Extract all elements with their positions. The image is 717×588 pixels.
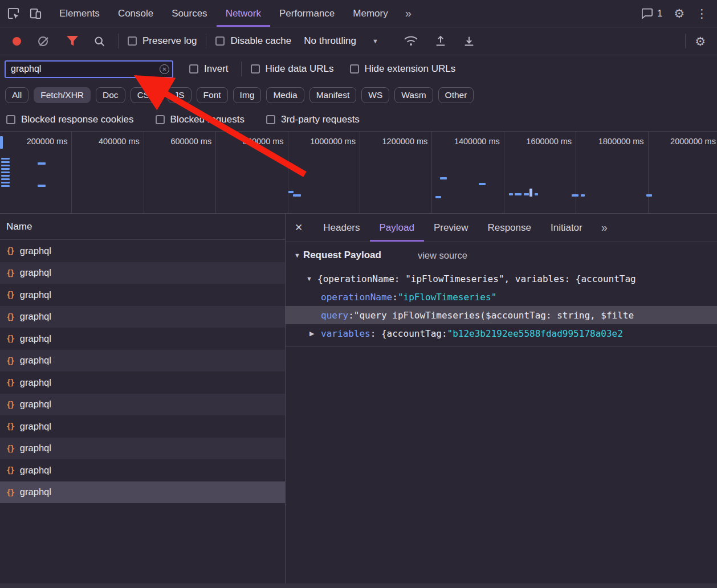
timeline-request-mark (1, 158, 10, 160)
blocked-filters-row: Blocked response cookiesBlocked requests… (0, 108, 717, 132)
name-column-header[interactable]: Name (0, 214, 285, 240)
filter-funnel-icon[interactable] (66, 35, 79, 47)
filter-chip-manifest[interactable]: Manifest (309, 87, 357, 103)
network-conditions-icon[interactable] (404, 35, 418, 47)
disable-cache-checkbox[interactable]: Disable cache (215, 35, 291, 47)
detail-tab-preview[interactable]: Preview (424, 214, 478, 242)
tab-memory[interactable]: Memory (344, 0, 397, 27)
more-panels-icon[interactable]: » (397, 0, 419, 27)
settings-gear-icon[interactable]: ⚙ (674, 7, 685, 19)
tab-performance[interactable]: Performance (270, 0, 344, 27)
payload-line[interactable]: ▼{operationName: "ipFlowTimeseries", var… (286, 270, 717, 288)
detail-tab-headers[interactable]: Headers (313, 214, 369, 242)
toolbar-icons (404, 35, 475, 47)
hide-data-urls-checkbox[interactable]: Hide data URLs (251, 63, 334, 75)
blocked-response-cookies-checkbox[interactable]: Blocked response cookies (6, 114, 134, 125)
timeline-request-mark (38, 185, 46, 187)
issues-badge[interactable]: 1 (641, 8, 662, 19)
table-row[interactable]: {}graphql (0, 284, 285, 306)
table-row[interactable]: {}graphql (0, 240, 285, 262)
detail-tab-response[interactable]: Response (478, 214, 541, 242)
detail-tab-payload[interactable]: Payload (370, 214, 424, 242)
hide-extension-urls-checkbox[interactable]: Hide extension URLs (350, 63, 456, 75)
expander-icon[interactable]: ▶ (309, 330, 321, 337)
timeline-request-mark (529, 189, 532, 197)
topbar-right: 1 ⚙ ⋮ (641, 0, 717, 27)
invert-checkbox[interactable]: Invert (189, 63, 229, 75)
view-source-link[interactable]: view source (418, 250, 467, 261)
export-har-icon[interactable] (463, 35, 475, 47)
preserve-log-checkbox[interactable]: Preserve log (128, 35, 197, 47)
device-toolbar-icon[interactable] (29, 7, 42, 20)
inspect-element-icon[interactable] (7, 7, 20, 20)
filter-chip-wasm[interactable]: Wasm (394, 87, 433, 103)
table-row[interactable]: {}graphql (0, 350, 285, 372)
more-detail-tabs-icon[interactable]: » (592, 214, 617, 242)
network-settings-gear-icon[interactable]: ⚙ (695, 35, 706, 47)
table-row[interactable]: {}graphql (0, 262, 285, 284)
request-name: graphql (20, 421, 51, 432)
json-braces-icon: {} (6, 378, 14, 387)
clear-filter-icon[interactable]: ✕ (160, 64, 169, 74)
import-har-icon[interactable] (434, 35, 447, 47)
payload-line[interactable]: operationName: "ipFlowTimeseries" (286, 288, 717, 306)
payload-text: query (321, 310, 348, 321)
search-icon[interactable] (93, 35, 105, 47)
tab-elements[interactable]: Elements (50, 0, 109, 27)
3rd-party-requests-checkbox[interactable]: 3rd-party requests (266, 114, 360, 125)
table-row[interactable]: {}graphql (0, 306, 285, 328)
section-title: Request Payload (303, 250, 381, 261)
timeline-request-mark (646, 194, 652, 197)
checkbox-box (266, 115, 275, 124)
detail-tab-initiator[interactable]: Initiator (541, 214, 592, 242)
table-row[interactable]: {}graphql (0, 459, 285, 481)
table-row[interactable]: {}graphql (0, 438, 285, 460)
request-name: graphql (20, 399, 51, 410)
filter-chip-css[interactable]: CSS (131, 87, 162, 103)
payload-line[interactable]: ▶variables: {accountTag: "b12e3b2192ee55… (286, 324, 717, 342)
request-name: graphql (20, 355, 51, 366)
table-row[interactable]: {}graphql (0, 415, 285, 438)
table-row[interactable]: {}graphql (0, 328, 285, 350)
network-split-view: Name {}graphql{}graphql{}graphql{}graphq… (0, 214, 717, 588)
filter-chip-js[interactable]: JS (168, 87, 192, 103)
kebab-menu-icon[interactable]: ⋮ (696, 7, 708, 19)
filter-input[interactable] (5, 60, 173, 78)
expander-icon[interactable]: ▼ (306, 275, 317, 282)
divider (241, 62, 242, 76)
clear-requests-button[interactable] (38, 36, 48, 46)
filter-chip-doc[interactable]: Doc (96, 87, 125, 103)
filter-chip-other[interactable]: Other (438, 87, 474, 103)
request-name: graphql (20, 311, 51, 322)
close-icon[interactable]: ✕ (286, 214, 313, 242)
filter-chip-media[interactable]: Media (266, 87, 304, 103)
checkbox-box (215, 36, 225, 46)
filter-input-wrap: ✕ (5, 60, 173, 78)
table-row[interactable]: {}graphql (0, 481, 285, 504)
table-row[interactable]: {}graphql (0, 371, 285, 394)
detail-tabbar: ✕ HeadersPayloadPreviewResponseInitiator… (286, 214, 717, 242)
tab-network[interactable]: Network (217, 0, 270, 27)
table-row[interactable]: {}graphql (0, 394, 285, 416)
filter-chip-all[interactable]: All (5, 87, 28, 103)
checkbox-label: Hide data URLs (266, 63, 334, 75)
filter-chip-ws[interactable]: WS (361, 87, 389, 103)
checkbox-label: Preserve log (142, 35, 197, 47)
resource-type-filters: AllFetch/XHRDocCSSJSFontImgMediaManifest… (0, 83, 717, 108)
throttling-value: No throttling (304, 35, 356, 47)
filter-chip-font[interactable]: Font (197, 87, 228, 103)
network-overview-timeline[interactable]: 200000 ms400000 ms600000 ms800000 ms1000… (0, 132, 717, 214)
tab-sources[interactable]: Sources (162, 0, 216, 27)
timeline-request-mark (293, 194, 301, 197)
timeline-request-mark (435, 196, 441, 198)
blocked-requests-checkbox[interactable]: Blocked requests (156, 114, 245, 125)
record-button[interactable] (13, 37, 21, 46)
payload-line[interactable]: query: "query ipFlowTimeseries($accountT… (286, 306, 717, 324)
collapse-icon[interactable]: ▼ (294, 252, 300, 259)
filter-chip-fetch-xhr[interactable]: Fetch/XHR (34, 87, 91, 103)
payload-text: : (392, 292, 398, 303)
request-payload-section-header[interactable]: ▼ Request Payload view source (286, 242, 717, 268)
throttling-dropdown[interactable]: No throttling ▼ (304, 35, 378, 47)
tab-console[interactable]: Console (109, 0, 162, 27)
filter-chip-img[interactable]: Img (233, 87, 262, 103)
